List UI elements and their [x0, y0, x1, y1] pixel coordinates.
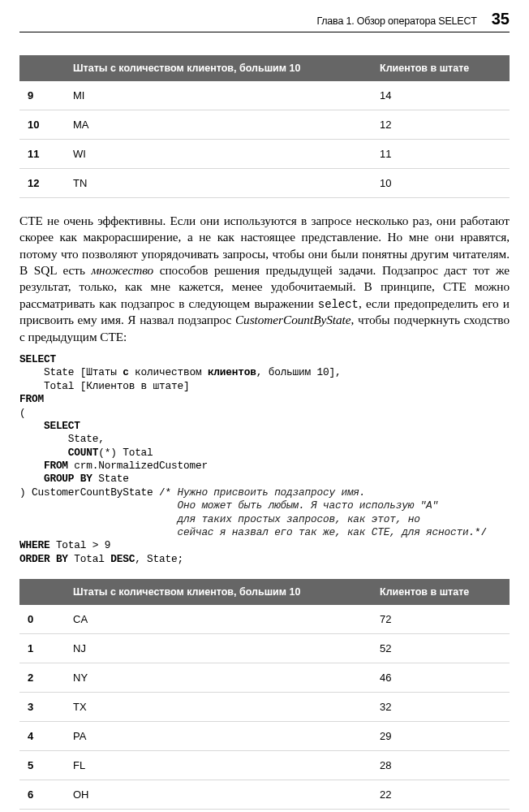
cell-index: 7 — [19, 810, 65, 812]
cell-state: CA — [65, 605, 372, 634]
cell-index: 0 — [19, 605, 65, 634]
body-paragraph: CTE не очень эффективны. Если они исполь… — [19, 213, 510, 345]
sql-keyword: с — [123, 366, 128, 378]
sql-keyword: FROM — [19, 393, 44, 405]
table-row: 10MA12 — [19, 110, 510, 140]
table-row: 7MD17 — [19, 810, 510, 812]
table-row: 9MI14 — [19, 81, 510, 110]
cell-state: TN — [65, 169, 372, 198]
col-count-header: Клиентов в штате — [372, 55, 510, 81]
cell-count: 12 — [372, 110, 510, 140]
code-line — [19, 447, 68, 459]
cell-state: MI — [65, 81, 372, 110]
sql-comment: сейчас я назвал его так же, как CTE, для… — [19, 526, 475, 538]
cell-state: NJ — [65, 634, 372, 663]
results-table-1: Штаты с количеством клиентов, большим 10… — [19, 55, 510, 198]
sql-keyword: DESC — [110, 553, 135, 565]
cell-count: 72 — [372, 605, 510, 634]
table-row: 0CA72 — [19, 605, 510, 634]
table-row: 11WI11 — [19, 140, 510, 169]
code-line — [19, 460, 44, 472]
code-line: , State; — [135, 553, 183, 565]
col-state-header: Штаты с количеством клиентов, большим 10 — [65, 55, 372, 81]
cell-count: 11 — [372, 140, 510, 169]
sql-code-block: SELECT State [Штаты с количеством клиент… — [19, 353, 510, 566]
cell-index: 3 — [19, 693, 65, 722]
code-line: (*) Total — [98, 447, 153, 459]
cell-state: NY — [65, 663, 372, 693]
sql-comment: Оно может быть любым. Я часто использую … — [19, 499, 438, 512]
col-index-header — [19, 55, 65, 81]
page-number: 35 — [492, 10, 510, 28]
cell-count: 10 — [372, 169, 510, 198]
sql-keyword: COUNT — [68, 447, 98, 459]
table-row: 5FL28 — [19, 751, 510, 780]
cell-count: 52 — [372, 634, 510, 663]
code-line: ) CustomerCountByState /* — [19, 486, 177, 499]
cell-index: 2 — [19, 663, 65, 693]
sql-keyword: GROUP BY — [44, 473, 92, 485]
code-line: ( — [19, 407, 25, 419]
sql-keyword: клиентов — [208, 366, 256, 378]
cell-state: WI — [65, 140, 372, 169]
table-row: 12TN10 — [19, 169, 510, 198]
sql-keyword: WHERE — [19, 539, 49, 551]
code-line: */ — [475, 526, 487, 538]
cell-index: 1 — [19, 634, 65, 663]
table-row: 6OH22 — [19, 780, 510, 810]
sql-keyword: SELECT — [19, 353, 56, 365]
table-row: 1NJ52 — [19, 634, 510, 663]
cell-count: 22 — [372, 780, 510, 810]
code-line: Total > 9 — [49, 539, 110, 551]
code-line: , большим 10], — [256, 366, 342, 378]
code-line: State — [92, 473, 129, 485]
cell-state: OH — [65, 780, 372, 810]
cell-index: 6 — [19, 780, 65, 810]
code-line: crm.NormalizedCustomer — [68, 460, 208, 472]
cell-state: TX — [65, 693, 372, 722]
italic-text: множество — [91, 263, 153, 277]
cell-index: 11 — [19, 140, 65, 169]
results-table-2: Штаты с количеством клиентов, большим 10… — [19, 579, 510, 812]
inline-code: select — [318, 298, 359, 311]
sql-comment: для таких простых запросов, как этот, но — [19, 513, 420, 525]
code-line: State, — [19, 433, 105, 445]
sql-comment: Нужно присвоить подзапросу имя. — [177, 486, 365, 499]
cell-state: MD — [65, 810, 372, 812]
table-row: 4PA29 — [19, 722, 510, 751]
cell-index: 10 — [19, 110, 65, 140]
page-header: Глава 1. Обзор оператора SELECT 35 — [19, 0, 510, 32]
table-row: 2NY46 — [19, 663, 510, 693]
code-line: Total [Клиентов в штате] — [19, 380, 189, 392]
col-index-header — [19, 579, 65, 605]
code-line — [19, 420, 44, 432]
code-line — [19, 473, 44, 485]
cell-index: 9 — [19, 81, 65, 110]
cell-state: FL — [65, 751, 372, 780]
cell-state: MA — [65, 110, 372, 140]
cell-count: 17 — [372, 810, 510, 812]
cell-count: 28 — [372, 751, 510, 780]
code-line: State [Штаты — [19, 366, 123, 378]
code-line: Total — [68, 553, 110, 565]
italic-text: CustomerCountByState — [235, 313, 351, 326]
cell-index: 4 — [19, 722, 65, 751]
sql-keyword: SELECT — [44, 420, 80, 432]
cell-count: 14 — [372, 81, 510, 110]
sql-keyword: ORDER BY — [19, 553, 68, 565]
sql-keyword: FROM — [44, 460, 68, 472]
cell-state: PA — [65, 722, 372, 751]
cell-count: 29 — [372, 722, 510, 751]
col-state-header: Штаты с количеством клиентов, большим 10 — [65, 579, 372, 605]
chapter-title: Глава 1. Обзор оператора SELECT — [316, 15, 476, 27]
col-count-header: Клиентов в штате — [372, 579, 510, 605]
table-row: 3TX32 — [19, 693, 510, 722]
cell-count: 46 — [372, 663, 510, 693]
cell-count: 32 — [372, 693, 510, 722]
cell-index: 12 — [19, 169, 65, 198]
code-line: количеством — [129, 366, 208, 378]
cell-index: 5 — [19, 751, 65, 780]
